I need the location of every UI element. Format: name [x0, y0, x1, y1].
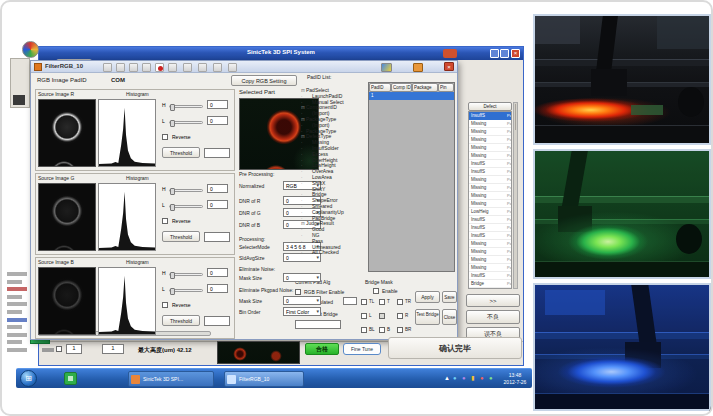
threshold-button[interactable]: Threshold — [162, 231, 200, 242]
h-slider-thumb[interactable] — [170, 104, 175, 111]
defect-row[interactable]: InsuffSPa — [469, 232, 512, 240]
bridge-mask-checkbox-T[interactable] — [379, 299, 385, 305]
bridge-mask-enable-checkbox[interactable] — [373, 288, 379, 294]
threshold-value-field[interactable] — [204, 232, 230, 242]
toolbar-icon[interactable] — [103, 63, 112, 72]
defect-row[interactable]: InsuffSPa — [469, 216, 512, 224]
bridge-mask-checkbox-B[interactable] — [379, 327, 385, 333]
copy-rgb-setting-button[interactable]: Copy RGB Setting — [231, 75, 297, 86]
l-slider-thumb[interactable] — [170, 288, 175, 295]
more-button[interactable]: >> — [466, 294, 520, 307]
defect-row[interactable]: MissingPa — [469, 152, 512, 160]
record-icon[interactable] — [155, 63, 164, 72]
defect-row[interactable]: InsuffSPa — [469, 272, 512, 280]
toolbar-icon[interactable] — [142, 63, 151, 72]
save-button[interactable]: Save — [442, 291, 457, 303]
tool-icon[interactable] — [413, 63, 423, 72]
dialog-close-button[interactable]: × — [444, 62, 454, 71]
l-value-field[interactable]: 0 — [207, 200, 228, 209]
toolbar-icon[interactable] — [116, 63, 125, 72]
h-slider[interactable] — [169, 189, 203, 192]
dialog-titlebar[interactable]: FilterRGB_10 × — [31, 61, 457, 73]
toolbar-icon[interactable] — [213, 63, 222, 72]
pad-table-selected-row[interactable]: 1 — [369, 92, 454, 100]
scrollbar-thumb[interactable] — [515, 104, 516, 130]
threshold-value-field[interactable] — [204, 148, 230, 158]
manual-test-bridge-field[interactable] — [295, 320, 341, 329]
defect-row[interactable]: InsuffSPa — [469, 112, 512, 120]
ime-icon[interactable]: ● — [462, 373, 466, 383]
defect-row[interactable]: BridgePa — [469, 280, 512, 288]
defect-row[interactable]: MissingPa — [469, 128, 512, 136]
confirm-complete-button[interactable]: 确认完毕 — [388, 337, 522, 359]
defect-row[interactable]: MissingPa — [469, 144, 512, 152]
bridge-mask-checkbox-BR[interactable] — [397, 327, 403, 333]
antivirus-icon[interactable]: ● — [480, 373, 484, 383]
ng-button[interactable]: 不良 — [466, 310, 520, 324]
bridge-mask-checkbox-L[interactable] — [361, 313, 367, 319]
pass-button[interactable]: 合格 — [305, 343, 339, 355]
toolbar-icon[interactable] — [228, 63, 237, 72]
h-slider[interactable] — [169, 105, 203, 108]
update-shield-icon[interactable]: ▮ — [471, 373, 474, 383]
h-value-field[interactable]: 0 — [207, 268, 228, 277]
maximize-button[interactable] — [500, 49, 509, 58]
l-value-field[interactable]: 0 — [207, 284, 228, 293]
defect-row[interactable]: MissingPa — [469, 256, 512, 264]
bridge-mask-checkbox-R[interactable] — [397, 313, 403, 319]
toolbar-icon[interactable] — [168, 63, 177, 72]
network-icon[interactable]: ● — [453, 373, 457, 383]
bridge-mask-checkbox-TR[interactable] — [397, 299, 403, 305]
defect-row[interactable]: MissingPa — [469, 176, 512, 184]
tree-item[interactable]: ·All Checked — [301, 249, 367, 255]
defect-row[interactable]: InsuffSPa — [469, 160, 512, 168]
l-value-field[interactable]: 0 — [207, 116, 228, 125]
status-checkbox[interactable] — [56, 346, 62, 352]
l-slider[interactable] — [169, 289, 203, 292]
quick-launch-app-icon[interactable] — [64, 372, 77, 385]
toolbar-icon[interactable] — [183, 63, 192, 72]
threshold-button[interactable]: Threshold — [162, 315, 200, 326]
l-slider-thumb[interactable] — [170, 204, 175, 211]
pad-table-header[interactable]: PadID — [369, 83, 391, 92]
param-dropdown[interactable]: 0▾ — [283, 273, 321, 282]
bridge-mask-checkbox-TL[interactable] — [361, 299, 367, 305]
threshold-button[interactable]: Threshold — [162, 147, 200, 158]
rgb-filter-enable-checkbox[interactable] — [295, 289, 301, 295]
defect-row[interactable]: MissingPa — [469, 120, 512, 128]
start-button[interactable]: ⊞ — [20, 370, 37, 387]
chart-icon[interactable] — [381, 63, 392, 72]
taskbar-button[interactable]: FilterRGB_10 — [224, 371, 304, 387]
param-dropdown[interactable]: First Color▾ — [283, 307, 321, 316]
close-dialog-button[interactable]: Close — [442, 309, 457, 325]
window-titlebar[interactable]: SinicTek 3D SPI System × — [39, 47, 523, 60]
l-slider-thumb[interactable] — [170, 120, 175, 127]
param-dropdown[interactable]: 0▾ — [283, 296, 321, 305]
h-value-field[interactable]: 0 — [207, 184, 228, 193]
defect-row[interactable]: MissingPa — [469, 264, 512, 272]
defect-list-header[interactable]: Defect — [468, 102, 512, 111]
apply-button[interactable]: Apply — [415, 291, 440, 303]
defect-row[interactable]: MissingPa — [469, 184, 512, 192]
defect-row[interactable]: InsuffSPa — [469, 168, 512, 176]
pad-table-header[interactable]: Comp ID — [391, 83, 412, 92]
h-value-field[interactable]: 0 — [207, 100, 228, 109]
minimize-button[interactable] — [490, 49, 499, 58]
reverse-checkbox[interactable] — [162, 218, 168, 224]
defect-row[interactable]: MissingPa — [469, 240, 512, 248]
close-button[interactable]: × — [511, 49, 520, 58]
height-calculated-field[interactable] — [343, 297, 357, 305]
status-field-1[interactable]: 1 — [66, 344, 82, 354]
reverse-checkbox[interactable] — [162, 134, 168, 140]
pad-table-header[interactable]: Pin — [438, 83, 454, 92]
volume-icon[interactable]: ● — [489, 373, 493, 383]
status-field-2[interactable]: 1 — [102, 344, 124, 354]
taskbar-button[interactable]: SinicTek 3D SPI... — [128, 371, 214, 387]
defect-list-scrollbar[interactable] — [513, 102, 518, 289]
l-slider[interactable] — [169, 205, 203, 208]
fine-tune-button[interactable]: Fine Tune — [343, 343, 381, 355]
defect-row[interactable]: MissingPa — [469, 200, 512, 208]
test-bridge-button[interactable]: Test Bridge — [415, 309, 440, 325]
defect-row[interactable]: MissingPa — [469, 248, 512, 256]
defect-row[interactable]: InsuffSPa — [469, 224, 512, 232]
